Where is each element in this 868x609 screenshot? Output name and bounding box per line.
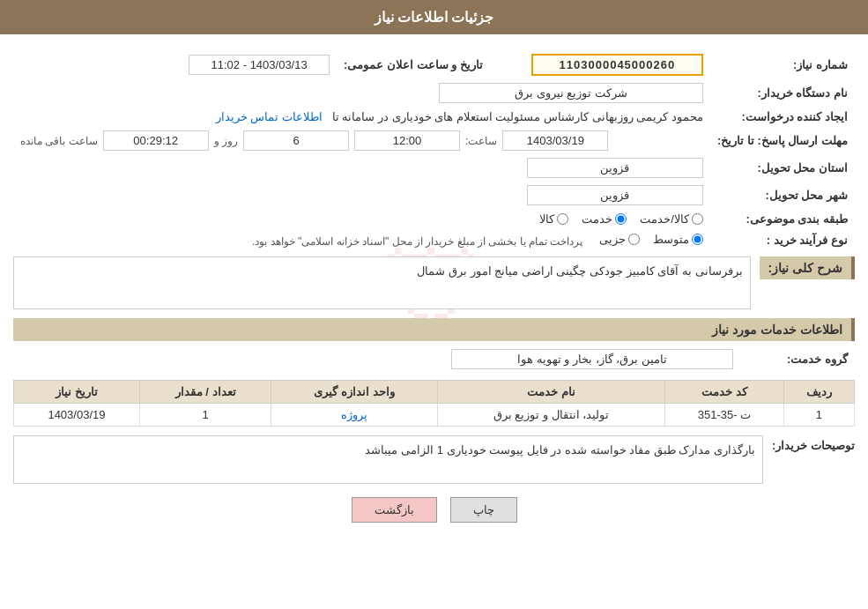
button-row: چاپ بازگشت [13,497,855,523]
announce-value: 1403/03/13 - 11:02 [189,55,330,75]
purchase-type-radio-group: متوسط جزیی [599,233,703,246]
need-number-label: شماره نیاز: [710,50,855,79]
table-header-quantity: تعداد / مقدار [139,381,271,404]
table-header-service-code: کد خدمت [665,381,784,404]
creator-label: ایجاد کننده درخواست: [710,107,855,127]
back-button[interactable]: بازگشت [352,497,437,523]
table-cell-need-date: 1403/03/19 [14,404,140,427]
buyer-desc-value: بارگذاری مدارک طبق مفاد خواسته شده در فا… [13,435,763,484]
need-number-value: 1103000045000260 [531,54,703,76]
purchase-type-note: پرداخت تمام یا بخشی از مبلغ خریدار از مح… [252,235,582,248]
table-cell-service-name: تولید، انتقال و توزیع برق [437,404,664,427]
table-cell-row-num: 1 [783,404,854,427]
creator-contact-link[interactable]: اطلاعات تماس خریدار [216,110,323,123]
need-desc-value: برفرسانی به آقای کامبیز جودکی چگینی اراض… [13,256,751,309]
send-time-value: 12:00 [354,130,460,151]
send-deadline-label: مهلت ارسال پاسخ: تا تاریخ: [710,127,855,154]
send-date-value: 1403/03/19 [502,130,608,151]
page-title: جزئیات اطلاعات نیاز [0,0,868,34]
send-days-label: روز و [214,135,238,147]
table-row: 1 ت -35-351 تولید، انتقال و توزیع برق پر… [14,404,855,427]
send-remaining-label: ساعت باقی مانده [20,135,98,147]
purchase-type-jozi[interactable]: جزیی [599,233,640,246]
table-header-service-name: نام خدمت [437,381,664,404]
city-label: شهر محل تحویل: [710,182,855,209]
service-group-label: گروه خدمت: [740,345,855,373]
announce-label: تاریخ و ساعت اعلان عمومی: [337,50,490,79]
print-button[interactable]: چاپ [450,497,517,523]
need-desc-label: شرح کلی نیاز: [760,256,855,279]
send-days-value: 6 [243,130,349,151]
table-cell-service-code: ت -35-351 [665,404,784,427]
category-radio-group: کالا/خدمت خدمت کالا [20,212,703,226]
category-option-kala[interactable]: کالا [539,212,568,226]
table-cell-quantity: 1 [139,404,271,427]
table-header-need-date: تاریخ نیاز [14,381,140,404]
creator-name: محمود کریمی روزبهانی کارشناس مسئولیت است… [332,110,703,123]
header-title-text: جزئیات اطلاعات نیاز [375,10,494,25]
purchase-type-mottavaset[interactable]: متوسط [653,233,703,246]
purchase-type-label: نوع فرآیند خرید : [710,229,855,251]
service-group-value: تامین برق، گاز، بخار و تهویه هوا [451,349,733,369]
city-value: قزوین [527,185,703,205]
category-option-khedmat[interactable]: خدمت [582,212,627,226]
table-header-row-num: ردیف [783,381,854,404]
category-label: طبقه بندی موضوعی: [710,209,855,229]
province-label: استان محل تحویل: [710,154,855,182]
send-time-label: ساعت: [465,135,497,147]
category-option-kala-khedmat[interactable]: کالا/خدمت [640,212,703,226]
buyer-org-value: شرکت توزیع نیروی برق [439,83,703,103]
buyer-org-label: نام دستگاه خریدار: [710,79,855,107]
table-cell-unit: پروژه [271,404,437,427]
send-remaining-value: 00:29:12 [103,130,209,151]
services-section-title: اطلاعات خدمات مورد نیاز [13,318,855,341]
table-header-unit: واحد اندازه گیری [271,381,437,404]
province-value: قزوین [527,158,703,178]
buyer-desc-label: توصیحات خریدار: [772,435,855,452]
